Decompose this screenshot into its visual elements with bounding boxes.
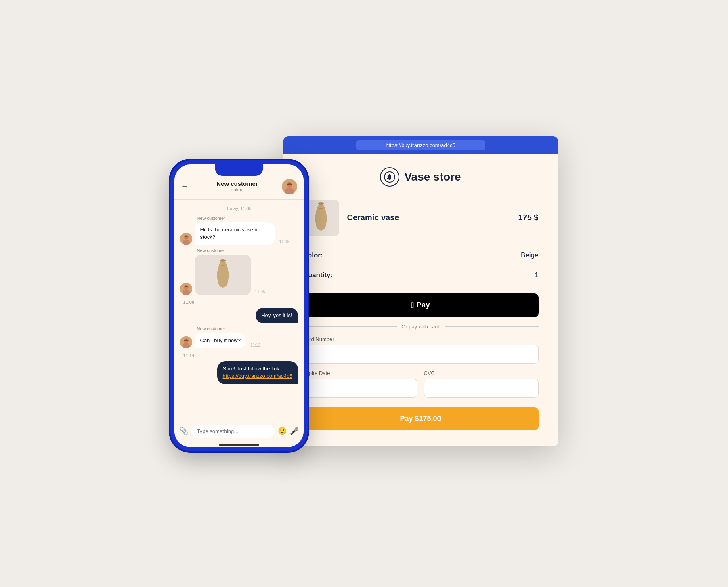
chat-header-info: New customer online: [193, 180, 282, 193]
sender-label-2: New customer: [197, 248, 298, 253]
bubble-1: Hi! Is the ceramic vase in stock?: [195, 222, 275, 245]
sender-label-1: New customer: [197, 216, 298, 221]
message-row-1: Hi! Is the ceramic vase in stock? 11:05: [180, 222, 298, 245]
chat-status: online: [193, 187, 282, 193]
cvc-input[interactable]: [424, 379, 539, 398]
phone-notch: [215, 164, 263, 176]
attach-icon[interactable]: 📎: [179, 427, 188, 436]
svg-point-14: [318, 202, 324, 205]
message-row-outgoing-2: Sure! Just follow the link: https://buy.…: [180, 361, 298, 384]
product-price: 175 $: [518, 213, 538, 222]
color-label: Color:: [303, 251, 521, 259]
chat-contact-name: New customer: [193, 180, 282, 187]
msg-time-3: 11:12: [250, 343, 260, 347]
expire-col: Expire Date: [303, 370, 417, 404]
vase-image-small: [213, 259, 233, 291]
divider-line-left: [303, 326, 397, 327]
phone-wrapper: ← New customer online Today, 11:05: [170, 160, 308, 451]
store-logo: [380, 167, 399, 187]
message-group-3: New customer Can I buy it now? 11:12: [180, 326, 298, 348]
quantity-value: 1: [535, 271, 538, 279]
apple-logo-icon: : [411, 301, 414, 310]
store-name: Vase store: [404, 170, 461, 183]
message-row-3: Can I buy it now? 11:12: [180, 333, 298, 348]
apple-pay-button[interactable]:  Pay: [303, 293, 539, 317]
bubble-3: Can I buy it now?: [195, 333, 246, 348]
browser-bar: https://buy.tranzzo.com/ad4c5: [283, 136, 558, 154]
msg-time-1: 11:05: [279, 240, 290, 244]
browser-window: https://buy.tranzzo.com/ad4c5 Vase store: [283, 136, 558, 446]
outgoing-time-1: 11:08: [183, 300, 298, 305]
msg-avatar-2: [180, 283, 192, 295]
chat-messages: Today, 11:05 New customer Hi! Is the cer…: [174, 200, 304, 421]
message-row-2: 11:05: [180, 255, 298, 295]
product-image-box: [303, 200, 339, 236]
quantity-row: Quantity: 1: [303, 265, 539, 285]
expire-date-label: Expire Date: [303, 370, 417, 376]
browser-url-bar[interactable]: https://buy.tranzzo.com/ad4c5: [356, 140, 485, 150]
date-divider: Today, 11:05: [180, 206, 298, 211]
outgoing-time-2: 11:14: [183, 353, 298, 358]
vase-image-bubble: [195, 255, 251, 295]
quantity-label: Quantity:: [303, 271, 535, 279]
store-header: Vase store: [303, 167, 539, 187]
cvc-col: CVC: [424, 370, 539, 404]
message-row-outgoing-1: Hey, yes it is!: [180, 308, 298, 323]
pay-button[interactable]: Pay $175.00: [303, 407, 539, 430]
divider-line-right: [445, 326, 539, 327]
contact-avatar-header: [282, 179, 297, 194]
bubble-outgoing-link: Sure! Just follow the link: https://buy.…: [217, 361, 298, 384]
apple-pay-label: Pay: [417, 301, 430, 309]
scene: ← New customer online Today, 11:05: [122, 136, 606, 451]
chat-input[interactable]: [191, 425, 275, 438]
product-vase-image: [311, 202, 331, 234]
msg-avatar-1: [180, 233, 192, 245]
message-group-1: New customer Hi! Is the ceramic vase in …: [180, 216, 298, 245]
message-group-2: New customer 11:05: [180, 248, 298, 295]
chat-input-bar: 📎 🙂 🎤: [174, 421, 304, 442]
svg-point-9: [220, 259, 226, 262]
sender-label-3: New customer: [197, 326, 298, 331]
chat-link[interactable]: https://buy.tranzzo.com/ad4c5: [223, 373, 292, 379]
mic-icon[interactable]: 🎤: [290, 427, 299, 436]
or-pay-text: Or pay with card: [401, 324, 440, 330]
or-pay-divider: Or pay with card: [303, 324, 539, 330]
expire-date-input[interactable]: [303, 379, 417, 398]
color-value: Beige: [521, 251, 538, 259]
back-button[interactable]: ←: [181, 182, 188, 191]
msg-time-2: 11:05: [255, 290, 265, 294]
home-indicator: [219, 444, 259, 446]
card-number-label: Card Number: [303, 336, 539, 342]
link-text-prefix: Sure! Just follow the link:: [223, 366, 281, 372]
browser-content: Vase store Ceramic vase 175 $ Color: Bei…: [283, 154, 558, 446]
avatar-illustration: [282, 179, 297, 194]
cvc-label: CVC: [424, 370, 539, 376]
phone: ← New customer online Today, 11:05: [170, 160, 308, 451]
bubble-outgoing-1: Hey, yes it is!: [256, 308, 298, 323]
msg-avatar-3: [180, 336, 192, 348]
product-row: Ceramic vase 175 $: [303, 200, 539, 236]
emoji-icon[interactable]: 🙂: [278, 427, 287, 436]
card-number-input[interactable]: [303, 345, 539, 364]
color-row: Color: Beige: [303, 246, 539, 265]
store-logo-icon: [384, 171, 395, 183]
product-name: Ceramic vase: [347, 213, 510, 222]
expire-cvc-row: Expire Date CVC: [303, 370, 539, 404]
